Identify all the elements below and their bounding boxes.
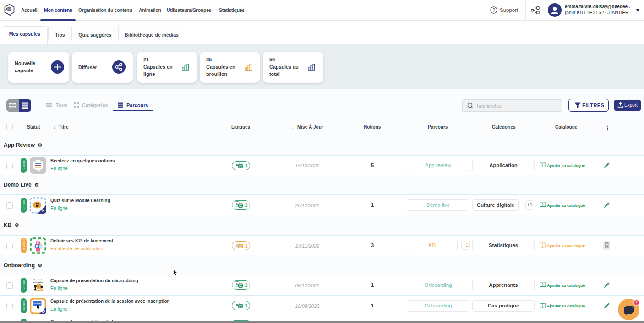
svg-text:A: A	[236, 303, 239, 307]
svg-text:2: 2	[245, 283, 248, 288]
svg-text:1: 1	[245, 243, 248, 248]
svg-text:K: K	[37, 242, 39, 245]
svg-text:A: A	[236, 163, 239, 167]
svg-text:2: 2	[245, 203, 248, 208]
svg-text:I: I	[38, 248, 38, 251]
svg-text:Capsule de: Capsule de	[33, 279, 42, 281]
svg-text:?: ?	[492, 8, 495, 13]
svg-text:P: P	[36, 245, 38, 248]
svg-text:1: 1	[245, 163, 248, 168]
svg-text:présentation: présentation	[33, 281, 43, 283]
svg-text:A: A	[236, 202, 239, 206]
svg-text:A: A	[236, 282, 239, 286]
svg-text:TUTORIAL: TUTORIAL	[33, 303, 41, 305]
svg-text:1: 1	[245, 303, 248, 308]
